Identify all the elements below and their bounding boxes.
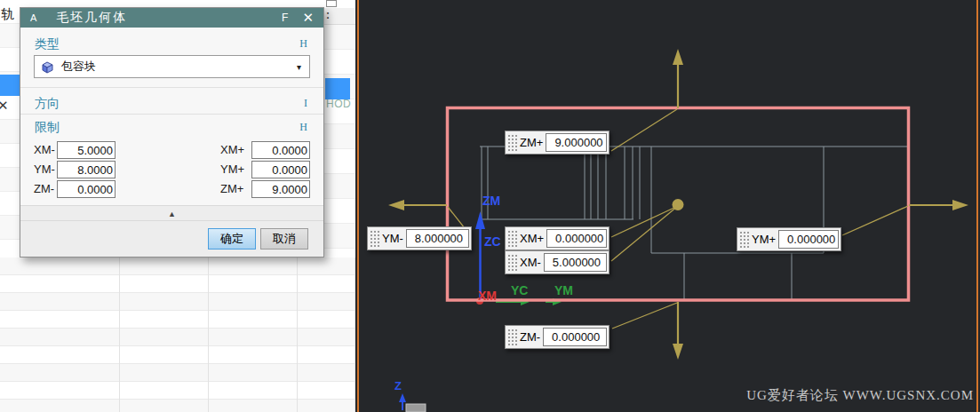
close-icon[interactable]: ✕ (302, 10, 314, 26)
view-triad-fragment (399, 393, 426, 412)
bounding-block-icon (40, 59, 55, 75)
xm-plus-floating-input: XM+ (505, 226, 610, 250)
ym-plus-label: YM+ (220, 162, 244, 176)
navigator-table-fragment (0, 258, 355, 412)
blank-type-value: 包容块 (61, 59, 96, 75)
xm-plus-field[interactable] (251, 141, 310, 159)
forum-watermark: UG爱好者论坛 WWW.UGSNX.COM (746, 387, 974, 404)
type-section-label: 类型 (35, 36, 60, 52)
drag-grip-icon[interactable] (507, 134, 517, 151)
arrow-left-handle (388, 200, 447, 210)
drag-grip-icon[interactable] (739, 231, 749, 248)
blank-type-dropdown[interactable]: 包容块 ▾ (34, 55, 310, 78)
nx-window: 刀轨 ✕ : HOD A 毛坯几何体 F ✕ 类型 H (0, 0, 980, 412)
ym-minus-value-field[interactable] (406, 229, 469, 248)
zm-plus-floating-input: ZM+ (505, 131, 610, 154)
xm-plus-label: XM+ (220, 143, 244, 156)
row-x-icon: ✕ (0, 98, 9, 114)
drag-grip-icon[interactable] (507, 254, 517, 271)
cancel-button[interactable]: 取消 (260, 228, 308, 250)
header-colon: : (326, 9, 330, 21)
zm-axis-label: ZM (482, 194, 500, 208)
zm-minus-label: ZM- (518, 330, 543, 344)
section-divider (20, 114, 323, 115)
ym-minus-label: YM- (380, 232, 406, 245)
xm-minus-value-field[interactable] (544, 253, 607, 272)
type-collapse-icon[interactable]: H (299, 37, 307, 51)
arrow-down-handle (673, 302, 683, 360)
zm-plus-field[interactable] (251, 180, 310, 198)
wcs-z-axis (475, 211, 485, 299)
zm-plus-label: ZM+ (220, 182, 243, 195)
xm-plus-label: XM+ (518, 232, 546, 245)
partial-icon (326, 0, 337, 7)
dialog-title: 毛坯几何体 (56, 10, 127, 26)
ym-plus-value-field[interactable] (778, 230, 839, 249)
ym-plus-field[interactable] (251, 161, 310, 178)
zm-minus-floating-input: ZM- (505, 325, 610, 349)
selected-row-fragment[interactable] (325, 78, 350, 99)
xm-minus-label: XM- (34, 143, 55, 156)
ym-minus-field[interactable] (57, 161, 116, 178)
direction-section-label: 方向 (35, 96, 60, 112)
selected-row-fragment[interactable] (0, 75, 20, 96)
table-column-divider (297, 258, 298, 412)
part-wireframe (480, 147, 909, 300)
ok-button[interactable]: 确定 (208, 228, 256, 250)
sphere-handle (673, 199, 684, 210)
method-column-fragment: HOD (326, 98, 351, 110)
dialog-f-button[interactable]: F (282, 12, 288, 24)
zm-plus-value-field[interactable] (546, 133, 607, 152)
drag-grip-icon[interactable] (507, 230, 517, 247)
dialog-prefix: A (30, 12, 36, 23)
xm-minus-label: XM- (518, 256, 544, 269)
yc-axis-label: YC (511, 283, 528, 297)
arrow-up-handle (673, 49, 683, 108)
direction-collapse-icon[interactable]: I (304, 97, 307, 110)
blank-geometry-dialog: A 毛坯几何体 F ✕ 类型 H 包容块 ▾ 方向 I 限制 H XM- XM+… (20, 7, 324, 258)
drag-grip-icon[interactable] (370, 230, 379, 247)
drag-grip-icon[interactable] (507, 329, 517, 345)
zc-axis-label: ZC (484, 234, 501, 249)
zm-minus-field[interactable] (57, 180, 116, 198)
ym-minus-floating-input: YM- (367, 226, 472, 250)
dialog-button-area: 确定 取消 (20, 221, 323, 257)
section-divider (20, 87, 323, 88)
ym-minus-label: YM- (34, 162, 55, 176)
xm-axis-label: XM (478, 289, 497, 303)
dialog-titlebar[interactable]: A 毛坯几何体 F ✕ (20, 8, 323, 28)
ym-plus-floating-input: YM+ (737, 227, 841, 251)
xm-minus-field[interactable] (57, 141, 116, 159)
limits-section-label: 限制 (35, 120, 60, 136)
xm-plus-value-field[interactable] (546, 229, 607, 248)
ym-plus-label: YM+ (750, 233, 778, 246)
ym-axis-label: YM (554, 283, 573, 297)
navigator-left-fragment: 刀轨 ✕ (0, 0, 20, 258)
arrow-right-handle (909, 200, 968, 210)
triad-z-label: Z (394, 379, 402, 392)
table-column-divider (208, 258, 209, 412)
stock-drag-arrows[interactable] (388, 49, 968, 360)
table-column-divider (119, 258, 120, 412)
chevron-down-icon: ▾ (297, 62, 301, 72)
graphics-viewport[interactable]: ZM ZC XM YC YM Z ZM+ YM- XM+ XM- YM+ (355, 0, 980, 412)
dialog-collapse-toggle[interactable]: ▲ (20, 205, 323, 221)
zm-minus-label: ZM- (34, 182, 54, 195)
limits-collapse-icon[interactable]: H (299, 121, 307, 134)
zm-plus-label: ZM+ (518, 136, 546, 149)
navigator-right-fragment: : HOD (324, 0, 355, 258)
xm-minus-floating-input: XM- (505, 250, 610, 274)
zm-minus-value-field[interactable] (543, 328, 607, 346)
